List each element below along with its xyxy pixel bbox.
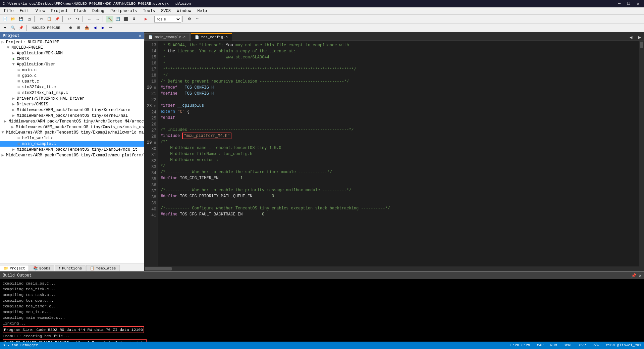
more-btn[interactable]: ⋯ <box>194 16 201 22</box>
editor-vscroll[interactable] <box>639 41 644 266</box>
menu-item-flash[interactable]: Flash <box>71 8 89 14</box>
build-close-btn[interactable]: ✕ <box>639 273 641 278</box>
tab-bar: 📄 main_example.c 📄 tos_config.h ◄ ► <box>144 32 644 41</box>
new-file-btn[interactable]: 📄 <box>1 16 9 22</box>
ln-24: 24 <box>147 109 156 115</box>
tree-item-0[interactable]: ▷Project: NUCLEO-F401RE <box>0 39 144 45</box>
tree-item-8[interactable]: ⊞stm32f4xx_it.c <box>0 84 144 90</box>
menu-item-file[interactable]: File <box>1 8 16 14</box>
menu-item-help[interactable]: Help <box>195 8 210 14</box>
nav-fwd-btn[interactable]: → <box>94 16 101 22</box>
fold-23[interactable]: ⊟ <box>154 104 156 108</box>
options-btn[interactable]: ⚙ <box>186 16 193 22</box>
tree-item-5[interactable]: ⊞main.c <box>0 67 144 73</box>
tree-item-12[interactable]: ▶Middlewares/ARM_pack/TencentOS tiny/Ker… <box>0 107 144 113</box>
tree-icon-16: ▼ <box>0 130 5 135</box>
ln-28: 28 <box>147 134 156 140</box>
menu-item-tools[interactable]: Tools <box>140 8 158 14</box>
menu-item-svcs[interactable]: SVCS <box>158 8 173 14</box>
copy-btn[interactable]: 📋 <box>46 16 53 22</box>
build-output-header: Build Output 📌 ✕ <box>0 272 644 279</box>
tree-icon-15: ▶ <box>10 124 15 130</box>
tree-icon-8: ⊞ <box>16 85 21 90</box>
download-btn[interactable]: ⬇ <box>130 16 138 22</box>
tree-label-15: Middlewares/ARM_pack/TencentOS tiny/Cmsi… <box>15 125 144 130</box>
cut-btn[interactable]: ✂ <box>38 16 45 22</box>
status-debugger: ST-Link Debugger <box>3 343 38 347</box>
tree-label-10: Drivers/STM32F4xx_HAL_Driver <box>16 96 85 101</box>
minimize-button[interactable]: ─ <box>616 1 623 6</box>
project-panel-header: Project ✕ <box>0 32 144 39</box>
tb2-btn3[interactable]: 📌 <box>17 24 25 31</box>
build-pin-btn[interactable]: 📌 <box>631 273 636 278</box>
tree-item-17[interactable]: ⊞hello_world.c <box>0 135 144 141</box>
window-controls[interactable]: ─ □ ✕ <box>616 1 641 6</box>
hscroll-thumb[interactable] <box>145 267 172 270</box>
tree-item-19[interactable]: ▶Middlewares/ARM_pack/TencentOS tiny/Exa… <box>0 147 144 152</box>
editor-hscrollbar[interactable] <box>144 266 644 271</box>
tb2-btn1[interactable]: ▼ <box>1 24 9 31</box>
target-dropdown[interactable]: tos_k <box>154 16 181 22</box>
menu-item-view[interactable]: View <box>33 8 48 14</box>
fold-29[interactable]: ⊟ <box>154 141 156 145</box>
stop-btn[interactable]: ⬛ <box>122 16 129 22</box>
menu-item-edit[interactable]: Edit <box>17 8 32 14</box>
proj-tab-project[interactable]: 📁Project <box>0 265 29 271</box>
rebuild-btn[interactable]: 🔄 <box>114 16 121 22</box>
tree-item-11[interactable]: ▶Drivers/CMSIS <box>0 101 144 107</box>
tb2-btn9[interactable]: ✏ <box>107 24 115 31</box>
code-editor[interactable]: * SLA0044, the "License"; You may not us… <box>158 41 639 266</box>
tree-item-18[interactable]: ⊞main_example.c <box>0 141 144 147</box>
tb2-btn8[interactable]: ▶ <box>99 24 107 31</box>
build-output-title: Build Output <box>3 273 32 278</box>
project-panel-close[interactable]: ✕ <box>139 33 141 38</box>
nav-back-btn[interactable]: ← <box>86 16 93 22</box>
ln-14: 14 <box>147 48 156 54</box>
tree-item-10[interactable]: ▶Drivers/STM32F4xx_HAL_Driver <box>0 96 144 101</box>
fold-20[interactable]: ⊟ <box>154 86 156 90</box>
tb2-btn4[interactable]: ⊕ <box>67 24 74 31</box>
tree-item-16[interactable]: ▼Middlewares/ARM_pack/TencentOS tiny/Exa… <box>0 130 144 135</box>
redo-btn[interactable]: ↪ <box>74 16 81 22</box>
tree-item-1[interactable]: ▼NUCLEO-F401RE <box>0 45 144 50</box>
tree-item-3[interactable]: ◆CMSIS <box>0 56 144 62</box>
tree-item-14[interactable]: ▶Middlewares/ARM_pack/TencentOS tiny/Arc… <box>0 118 144 124</box>
tree-item-6[interactable]: ⊞gpio.c <box>0 73 144 79</box>
debug-btn[interactable]: ▶ <box>142 16 150 22</box>
menu-item-project[interactable]: Project <box>48 8 70 14</box>
tab-scroll-right[interactable]: ► <box>635 34 644 41</box>
vscroll-thumb[interactable] <box>640 42 643 48</box>
proj-tab-functions[interactable]: ƒFunctions <box>55 265 86 271</box>
tree-item-9[interactable]: ⊞stm32f4xx_hal_msp.c <box>0 90 144 96</box>
tab-tos-config-h[interactable]: 📄 tos_config.h <box>191 33 232 41</box>
tb2-btn2[interactable]: 🔍 <box>9 24 17 31</box>
close-button[interactable]: ✕ <box>635 1 641 6</box>
tb2-btn5[interactable]: ⊞ <box>75 24 83 31</box>
tree-item-20[interactable]: ▶Middlewares/ARM_pack/TencentOS tiny/Exa… <box>0 152 144 158</box>
build-btn[interactable]: 🔨 <box>106 16 113 22</box>
menu-item-debug[interactable]: Debug <box>90 8 107 14</box>
tb2-btn7[interactable]: ◀ <box>91 24 99 31</box>
tree-item-2[interactable]: ▶Application/MDK-ARM <box>0 50 144 56</box>
maximize-button[interactable]: □ <box>625 1 632 6</box>
tree-item-15[interactable]: ▶Middlewares/ARM_pack/TencentOS tiny/Cms… <box>0 124 144 130</box>
save-all-btn[interactable]: 🗂 <box>25 16 33 22</box>
tree-item-7[interactable]: ⊞usart.c <box>0 79 144 84</box>
proj-tab-books[interactable]: 📚Books <box>30 265 54 271</box>
project-panel-title: Project <box>3 34 19 38</box>
tree-icon-11: ▶ <box>11 102 16 107</box>
proj-tab-templates[interactable]: 📋Templates <box>86 265 119 271</box>
tab-main-example-c[interactable]: 📄 main_example.c <box>144 33 190 41</box>
tree-item-4[interactable]: ▼Application/User <box>0 62 144 67</box>
tree-item-13[interactable]: ▶Middlewares/ARM_pack/TencentOS tiny/Ker… <box>0 113 144 118</box>
paste-btn[interactable]: 📌 <box>54 16 61 22</box>
save-btn[interactable]: 💾 <box>17 16 25 22</box>
undo-btn[interactable]: ↩ <box>66 16 73 22</box>
tab-scroll-left[interactable]: ◄ <box>627 34 635 41</box>
tree-label-3: CMSIS <box>16 57 29 61</box>
menu-item-window[interactable]: Window <box>174 8 194 14</box>
menu-item-peripherals[interactable]: Peripherals <box>108 8 140 14</box>
open-btn[interactable]: 📂 <box>9 16 17 22</box>
tb2-btn6[interactable]: 📥 <box>83 24 91 31</box>
tree-label-12: Middlewares/ARM_pack/TencentOS tiny/Kern… <box>16 108 130 112</box>
